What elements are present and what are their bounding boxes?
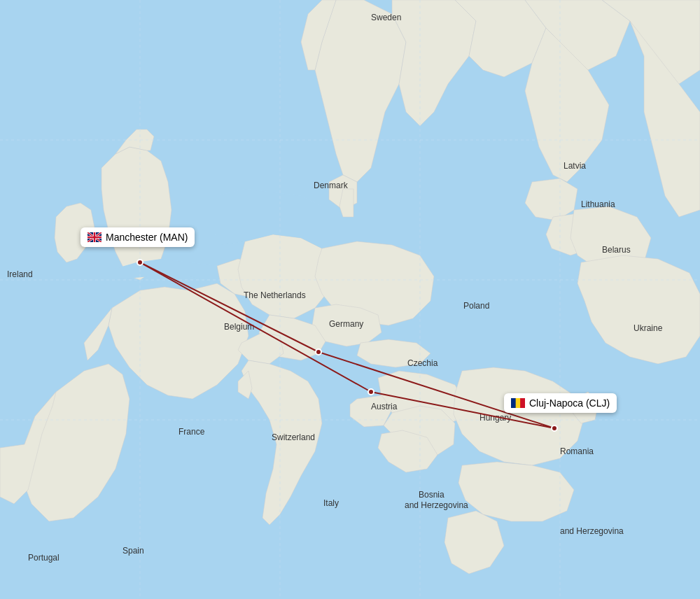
cluj-label: Cluj-Napoca (CLJ) [504,393,617,413]
svg-rect-21 [511,398,516,408]
romania-flag [511,398,525,408]
cluj-dot [551,425,558,432]
manchester-dot [136,259,144,266]
svg-rect-23 [520,398,525,408]
waypoint-1 [315,348,322,355]
cluj-label-text: Cluj-Napoca (CLJ) [529,397,610,409]
map-container: Sweden Latvia Lithuania Belarus Ukraine … [0,0,700,599]
uk-flag [88,232,102,242]
waypoint-2 [368,388,374,395]
manchester-label: Manchester (MAN) [80,227,195,247]
manchester-label-text: Manchester (MAN) [106,232,188,243]
svg-rect-22 [516,398,521,408]
